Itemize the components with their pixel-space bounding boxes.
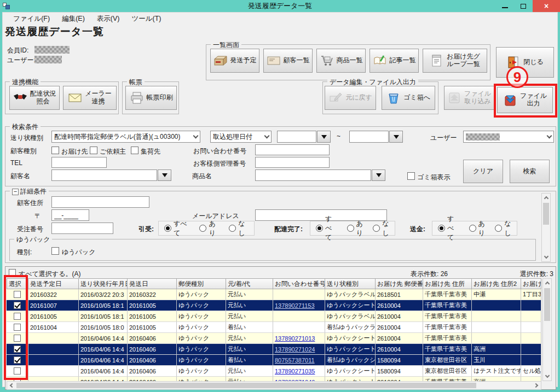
radio-option[interactable]: すべて	[438, 214, 459, 242]
column-header[interactable]: 選択	[7, 278, 28, 289]
column-header[interactable]: 発送日	[128, 278, 177, 289]
radio-option[interactable]: すべて	[316, 214, 337, 242]
print-report-button[interactable]: 帳票印刷	[125, 86, 177, 110]
customer-address-input[interactable]	[51, 196, 149, 208]
invoice-type-select[interactable]: 配達時間帯指定郵便ラベル(普通)(ュ00300)	[51, 131, 200, 143]
customer-type-checkbox[interactable]	[90, 147, 97, 154]
table-row[interactable]: 2016/04/06 14:420160406ゆうパック着払い807557387…	[7, 355, 541, 366]
column-header[interactable]: 元/着/代	[226, 278, 273, 289]
table-scrollbar-horizontal[interactable]	[7, 381, 541, 390]
date-type-value: 取込処理日付	[213, 132, 252, 142]
trash-button[interactable]: ゴミ箱へ	[382, 86, 435, 110]
user-filter-select[interactable]	[463, 131, 554, 143]
yupack-checkbox[interactable]	[51, 247, 59, 255]
inquiry-no-link[interactable]: 137890271024	[275, 346, 315, 353]
product-name-picker-button[interactable]	[372, 169, 385, 181]
mailer-link-button[interactable]: メーラー 連携	[63, 86, 117, 110]
file-export-button[interactable]: ファイル 出力	[497, 87, 553, 113]
table-row[interactable]: 2016/04/06 14:420160406ゆうパック元払い137890271…	[7, 366, 541, 377]
minimize-button[interactable]	[495, 0, 514, 12]
radio-option[interactable]: すべて	[164, 219, 189, 238]
column-header[interactable]: 郵便種別	[177, 278, 226, 289]
menu-item[interactable]: ファイル(F)	[8, 13, 55, 25]
shipping-schedule-button[interactable]: 発送予定	[210, 49, 259, 73]
row-select-checkbox[interactable]	[14, 346, 21, 353]
customer-name-picker-button[interactable]	[158, 169, 171, 181]
row-select-checkbox[interactable]	[14, 335, 21, 342]
inquiry-no-link[interactable]: 137890271153	[275, 302, 315, 309]
clear-button[interactable]: クリア	[463, 160, 503, 183]
inquiry-no-input[interactable]	[255, 144, 330, 155]
date-type-select[interactable]: 取込処理日付	[210, 131, 272, 143]
date-to-input[interactable]	[349, 131, 389, 143]
column-header[interactable]: お届け先 郵便番号	[376, 278, 423, 289]
detail-scrollbar-vertical[interactable]	[541, 193, 551, 262]
table-row[interactable]: 2016/04/06 14:420160406ゆうパック元払い137890271…	[7, 377, 541, 381]
customer-type-checkbox[interactable]	[51, 147, 59, 154]
row-select-checkbox[interactable]	[14, 356, 21, 364]
table-row[interactable]: 201603222016/03/22 20:320160322ゆうパック元払いゆ…	[7, 289, 541, 300]
scroll-down-icon[interactable]	[543, 372, 551, 381]
tel-input[interactable]	[51, 157, 107, 168]
date-from-picker-button[interactable]	[317, 131, 331, 143]
table-row[interactable]: 2016/04/06 14:420160406ゆうパック元払い137890271…	[7, 333, 541, 344]
date-to-picker-button[interactable]	[389, 131, 403, 143]
maximize-button[interactable]	[514, 0, 533, 12]
row-select-checkbox[interactable]	[14, 313, 21, 320]
inquiry-no-link[interactable]: 807557387011	[275, 357, 315, 364]
column-header[interactable]: 発送予定日	[28, 278, 79, 289]
row-select-checkbox[interactable]	[14, 324, 21, 331]
row-select-checkbox[interactable]	[14, 367, 21, 375]
column-header[interactable]: お届け先	[521, 278, 541, 289]
scroll-left-icon[interactable]	[7, 382, 15, 389]
scroll-thumb[interactable]	[16, 383, 476, 388]
date-from-input[interactable]	[277, 131, 316, 143]
scroll-down-icon[interactable]	[542, 253, 550, 261]
article-list-button[interactable]: 記事一覧	[370, 49, 419, 73]
row-select-checkbox[interactable]	[14, 302, 21, 309]
scroll-up-icon[interactable]	[543, 279, 551, 287]
table-row[interactable]: 201610042016/10/05 18:020161005ゆうパック着払い着…	[7, 322, 541, 333]
radio-option[interactable]: あり	[347, 219, 363, 238]
inquiry-no-link[interactable]: 137890271013	[275, 335, 315, 342]
select-all-checkbox[interactable]	[9, 269, 16, 276]
collapse-toggle[interactable]: −	[12, 189, 19, 195]
delivery-group-list-button[interactable]: お届け先グ ループ一覧	[423, 49, 487, 73]
column-header[interactable]: 送り状発行年月日	[79, 278, 128, 289]
customer-type-checkbox[interactable]	[131, 147, 138, 154]
menu-item[interactable]: 編集(E)	[57, 13, 90, 25]
column-header[interactable]: お届け先 住所	[423, 278, 472, 289]
inquiry-no-link[interactable]: 137890271035	[275, 368, 315, 375]
table-scrollbar-vertical[interactable]	[542, 278, 552, 381]
table-row[interactable]: 201610052016/10/05 18:120161005ゆうパック元払いゆ…	[7, 311, 541, 322]
table-row[interactable]: 2016/04/06 14:420160406ゆうパック元払い137890271…	[7, 344, 541, 355]
customer-list-button[interactable]: 顧客一覧	[263, 49, 313, 73]
trash-display-checkbox[interactable]	[407, 172, 415, 180]
customer-name-input[interactable]	[51, 169, 157, 181]
close-icon[interactable]: ×	[533, 0, 560, 12]
scroll-up-icon[interactable]	[542, 194, 550, 202]
radio-option[interactable]: なし	[373, 219, 389, 238]
customer-mgmt-no-input[interactable]	[255, 157, 330, 168]
order-no-input[interactable]	[51, 223, 113, 234]
search-button[interactable]: 検索	[510, 160, 550, 183]
delivery-status-button[interactable]: 配達状況 照会	[9, 86, 60, 110]
row-select-checkbox[interactable]	[14, 291, 21, 298]
column-header[interactable]: 送り状種別	[325, 278, 376, 289]
close-window-button[interactable]: 閉じる	[496, 47, 554, 78]
radio-option[interactable]: なし	[229, 219, 249, 238]
product-name-input[interactable]	[255, 169, 371, 181]
scroll-thumb[interactable]	[544, 288, 550, 321]
column-header[interactable]: お問い合わせ番号	[273, 278, 325, 289]
product-list-button[interactable]: 商品一覧	[316, 49, 366, 73]
scroll-thumb[interactable]	[543, 203, 549, 225]
column-header[interactable]: お届け先 住所2	[472, 278, 521, 289]
radio-option[interactable]: あり	[199, 219, 219, 238]
radio-option[interactable]: なし	[495, 219, 511, 238]
radio-option[interactable]: あり	[469, 219, 486, 238]
menu-item[interactable]: ツール(T)	[126, 13, 166, 25]
menu-item[interactable]: 表示(V)	[92, 13, 125, 25]
scroll-right-icon[interactable]	[533, 382, 541, 389]
postal-input[interactable]	[51, 209, 89, 221]
table-row[interactable]: 201610072016/10/05 18:120161005ゆうパック元払い1…	[7, 300, 541, 311]
